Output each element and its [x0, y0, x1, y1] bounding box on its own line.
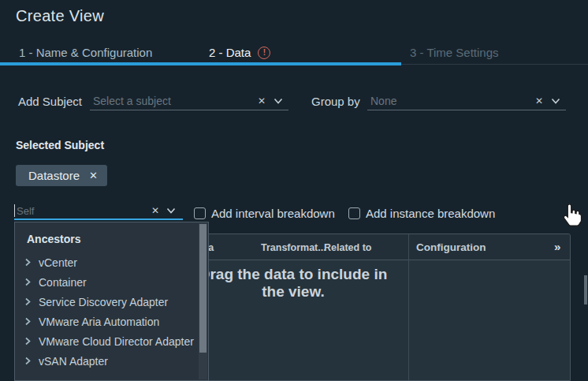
dropdown-scrollbar[interactable]: [199, 223, 207, 379]
wizard-progress-bar: [0, 62, 401, 65]
dropdown-item-vsan-adapter[interactable]: vSAN Adapter: [15, 351, 197, 371]
column-header-transformation[interactable]: Transformat...: [261, 242, 326, 253]
mouse-cursor-hand-icon: [561, 203, 583, 230]
interval-breakdown-label[interactable]: Add interval breakdown: [211, 207, 335, 220]
chip-remove-icon[interactable]: ✕: [89, 170, 98, 181]
chevron-down-icon[interactable]: [274, 98, 283, 105]
group-by-label: Group by: [311, 95, 360, 108]
expand-columns-icon[interactable]: »: [554, 240, 560, 253]
add-subject-combobox[interactable]: Select a subject ✕: [90, 93, 288, 110]
dropdown-item-vmware-aria-automation[interactable]: VMware Aria Automation: [15, 312, 197, 331]
dropdown-scrollbar-thumb[interactable]: [199, 224, 207, 353]
configuration-column-divider: [408, 234, 409, 380]
group-by-combobox[interactable]: None ✕: [367, 93, 566, 110]
clear-icon[interactable]: ✕: [151, 205, 159, 216]
text-caret: [14, 204, 15, 217]
chevron-down-icon[interactable]: [166, 207, 176, 215]
clear-icon[interactable]: ✕: [258, 95, 266, 106]
add-subject-label: Add Subject: [18, 95, 82, 108]
dropdown-item-service-discovery-adapter[interactable]: Service Discovery Adapter: [15, 292, 197, 312]
chevron-right-icon[interactable]: [24, 297, 32, 306]
focused-underline: [14, 219, 183, 220]
tab-data-label: 2 - Data: [209, 46, 251, 59]
group-by-placeholder: None: [370, 95, 396, 107]
page-scrollbar-thumb[interactable]: [584, 275, 587, 304]
chevron-right-icon[interactable]: [24, 258, 32, 267]
column-header-related-to[interactable]: Related to: [324, 242, 371, 253]
chevron-right-icon[interactable]: [24, 337, 32, 346]
relationship-placeholder: Self: [17, 205, 34, 217]
instance-breakdown-label[interactable]: Add instance breakdown: [366, 207, 495, 220]
dropdown-group-header: Ancestors: [27, 233, 80, 245]
interval-breakdown-checkbox[interactable]: [194, 207, 206, 219]
subject-chip-datastore[interactable]: Datastore ✕: [16, 165, 107, 186]
clear-icon[interactable]: ✕: [535, 95, 543, 106]
wizard-progress-track: [401, 64, 588, 65]
dropdown-item-vcenter[interactable]: vCenter: [15, 252, 197, 272]
error-icon: !: [258, 47, 270, 59]
dropdown-item-container[interactable]: Container: [15, 272, 197, 292]
column-header-configuration[interactable]: Configuration: [416, 241, 486, 253]
dialog-title: Create View: [16, 7, 104, 25]
tab-data[interactable]: 2 - Data !: [209, 46, 270, 59]
instance-breakdown-checkbox[interactable]: [348, 207, 360, 219]
add-subject-placeholder: Select a subject: [93, 95, 171, 107]
chevron-right-icon[interactable]: [24, 278, 32, 286]
selected-subject-heading: Selected Subject: [16, 139, 104, 151]
chevron-right-icon[interactable]: [24, 357, 32, 365]
relationship-dropdown: Ancestors vCenter Container Service Disc…: [14, 222, 209, 381]
relationship-combobox[interactable]: Self ✕: [14, 203, 183, 220]
chip-label: Datastore: [28, 169, 80, 182]
tab-time-settings[interactable]: 3 - Time Settings: [410, 46, 499, 59]
chevron-right-icon[interactable]: [24, 317, 32, 326]
drop-zone-message: Drag the data to include in the view.: [195, 266, 392, 301]
dropdown-item-vmware-cloud-director-adapter[interactable]: VMware Cloud Director Adapter: [15, 331, 197, 351]
tab-name-configuration[interactable]: 1 - Name & Configuration: [19, 46, 152, 59]
chevron-down-icon[interactable]: [551, 98, 560, 105]
